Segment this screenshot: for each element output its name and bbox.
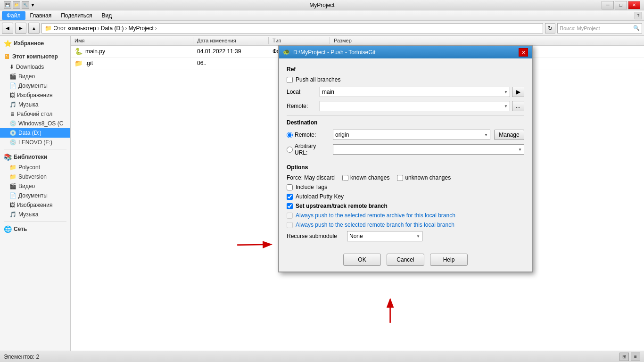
sidebar-item-polycont[interactable]: 📁 Polycont [0,163,70,172]
dest-arbitrary-radio[interactable] [287,147,293,153]
subversion-icon: 📁 [9,173,17,180]
sidebar-computer-header[interactable]: 🖥 Этот компьютер [0,51,70,62]
lib-music-icon: 🎵 [9,211,17,218]
window-title: MyProject [309,2,334,8]
sidebar-favorites-label: Избранное [14,40,44,47]
search-box[interactable]: Поиск: MyProject 🔍 [557,23,642,33]
tortoisegit-icon: 🐢 [283,49,290,56]
remote-dots-button[interactable]: ... [512,101,524,111]
sidebar-item-lenovo[interactable]: 💿 LENOVO (F:) [0,138,70,147]
local-row: Local: main ▼ ▶ [287,87,524,97]
address-path[interactable]: 📁 Этот компьютер › Data (D:) › MyProject… [41,23,543,33]
properties-icon[interactable]: 🔧 [22,1,29,9]
path-separator-1: › [98,25,99,32]
dialog-overlay: 🐢 D:\MyProject - Push - TortoiseGit ✕ Re… [71,36,644,351]
sidebar-item-lib-documents-label: Документы [18,192,48,199]
recurse-value: None [349,233,363,239]
cancel-button[interactable]: Cancel [387,254,424,266]
view-grid-button[interactable]: ⊞ [619,353,629,361]
include-tags-checkbox[interactable] [287,184,293,190]
help-icon[interactable]: ? [635,12,642,19]
network-icon: 🌐 [4,225,12,233]
remote-combo[interactable]: ▼ [320,101,510,111]
push-all-checkbox[interactable] [287,77,293,83]
autoload-putty-checkbox[interactable] [287,194,293,200]
always-push-branch-checkbox[interactable] [287,222,293,228]
menu-share[interactable]: Поделиться [56,11,97,20]
sidebar-item-downloads[interactable]: ⬇ Downloads [0,62,70,72]
dest-remote-combo[interactable]: origin ▼ [333,130,490,140]
libraries-icon: 📚 [4,153,12,161]
recurse-label: Recurse submodule [287,233,343,239]
sidebar-item-lib-music[interactable]: 🎵 Музыка [0,210,70,219]
known-changes-checkbox[interactable] [342,175,348,181]
minimize-button[interactable]: ─ [602,1,614,9]
lib-video-icon: 🎬 [9,183,17,189]
status-bar-right: ⊞ ≡ [619,353,640,361]
maximize-button[interactable]: □ [615,1,627,9]
sidebar-item-music-label: Музыка [18,101,38,108]
search-icon[interactable]: 🔍 [633,25,640,31]
dialog-close-button[interactable]: ✕ [519,48,528,57]
path-separator-2: › [125,25,127,32]
manage-button[interactable]: Manage [494,130,524,140]
set-upstream-checkbox[interactable] [287,203,293,209]
always-push-archive-label: Always push to the selected remote archi… [296,212,455,219]
sidebar-item-images[interactable]: 🖼 Изображения [0,90,70,100]
dest-arbitrary-row: Arbitrary URL: ▼ [287,143,524,156]
local-value: main [322,89,334,95]
recurse-combo[interactable]: None ▼ [347,231,422,241]
always-push-archive-checkbox[interactable] [287,213,293,219]
ok-button[interactable]: OK [343,254,381,266]
sidebar-computer-section: 🖥 Этот компьютер ⬇ Downloads 🎬 Видео 📄 Д… [0,51,70,147]
force-label: Force: May discard [287,174,335,181]
sidebar-item-lib-images[interactable]: 🖼 Изображения [0,200,70,210]
address-bar: ◀ ▶ ▲ 📁 Этот компьютер › Data (D:) › MyP… [0,21,644,36]
windows-disk-icon: 💿 [9,120,17,127]
back-button[interactable]: ◀ [2,23,13,34]
forward-button[interactable]: ▶ [15,23,26,34]
refresh-button[interactable]: ↻ [545,23,555,33]
sidebar-item-lib-video[interactable]: 🎬 Видео [0,181,70,191]
dialog-titlebar: 🐢 D:\MyProject - Push - TortoiseGit ✕ [279,46,532,58]
sidebar-libraries-header[interactable]: 📚 Библиотеки [0,151,70,163]
sidebar-network-header[interactable]: 🌐 Сеть [0,223,70,235]
menu-file[interactable]: Файл [2,11,25,20]
sidebar-item-downloads-label: Downloads [16,64,44,70]
menu-home[interactable]: Главная [25,11,57,20]
up-button[interactable]: ▲ [28,23,40,34]
local-arrow-button[interactable]: ▶ [512,87,524,97]
sidebar-favorites-header[interactable]: ⭐ Избранное [0,38,70,49]
sidebar-item-desktop[interactable]: 🖥 Рабочий стол [0,109,70,119]
sidebar-item-video[interactable]: 🎬 Видео [0,72,70,81]
always-push-branch-row: Always push to the selected remote branc… [287,222,524,228]
sidebar-network-label: Сеть [14,226,27,232]
dest-remote-radio[interactable] [287,132,293,138]
window-close-button[interactable]: ✕ [628,1,640,9]
recurse-row: Recurse submodule None ▼ [287,231,524,241]
search-placeholder: Поиск: MyProject [560,25,600,31]
sidebar-favorites-section: ⭐ Избранное [0,38,70,49]
sidebar-item-subversion[interactable]: 📁 Subversion [0,172,70,181]
dropdown-arrow[interactable]: ▼ [31,3,35,8]
sidebar-item-lib-documents[interactable]: 📄 Документы [0,191,70,200]
title-bar: 💾 📁 🔧 ▼ MyProject ─ □ ✕ [0,0,644,10]
dest-arbitrary-combo[interactable]: ▼ [333,144,524,155]
view-list-button[interactable]: ≡ [631,353,640,361]
polycont-icon: 📁 [9,164,17,171]
local-label: Local: [287,89,320,95]
sidebar-item-music[interactable]: 🎵 Музыка [0,100,70,109]
sidebar-item-data[interactable]: 💿 Data (D:) [0,128,70,138]
new-folder-icon[interactable]: 📁 [13,1,20,9]
help-button[interactable]: Help [430,254,468,266]
unknown-changes-checkbox[interactable] [397,175,403,181]
local-combo[interactable]: main ▼ [320,87,510,97]
sidebar-item-windows[interactable]: 💿 Windows8_OS (C [0,119,70,128]
dest-remote-row: Remote: origin ▼ Manage [287,130,524,140]
divider-1 [287,115,524,115]
save-icon[interactable]: 💾 [4,1,11,9]
menu-view[interactable]: Вид [97,11,116,20]
sidebar-item-documents[interactable]: 📄 Документы [0,81,70,90]
images-icon: 🖼 [9,92,15,99]
known-changes-label: known changes [350,174,389,181]
